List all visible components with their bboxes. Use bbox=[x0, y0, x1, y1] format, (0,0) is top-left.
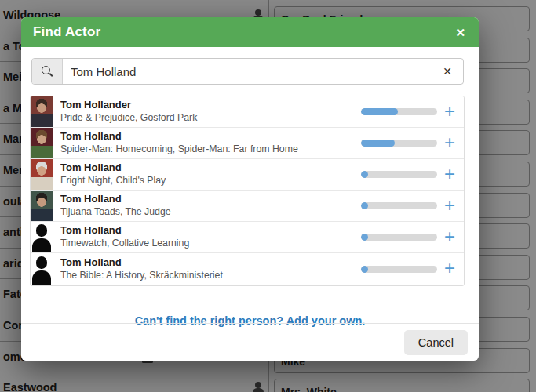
actor-name: Tom Holland bbox=[60, 130, 355, 143]
actor-name: Tom Hollander bbox=[60, 99, 355, 111]
search-icon bbox=[41, 65, 53, 78]
actor-result-row[interactable]: Tom Holland Timewatch, Collative Learnin… bbox=[31, 222, 464, 253]
add-actor-button[interactable]: + bbox=[437, 196, 464, 216]
clear-search-icon[interactable]: ✕ bbox=[432, 59, 463, 84]
popularity-bar bbox=[361, 140, 437, 147]
actor-result-row[interactable]: Tom Holland Spider-Man: Homecoming, Spid… bbox=[31, 128, 464, 159]
popularity-bar-fill bbox=[361, 202, 368, 209]
actor-known-for: Pride & Prejudice, Gosford Park bbox=[60, 112, 355, 124]
actor-text: Tom Holland Spider-Man: Homecoming, Spid… bbox=[53, 130, 355, 156]
popularity-bar bbox=[361, 108, 437, 115]
popularity-bar-fill bbox=[361, 171, 368, 178]
actor-known-for: The Bible: A History, Skräckministeriet bbox=[60, 270, 355, 281]
popularity-bar-fill bbox=[361, 266, 368, 273]
popularity-bar bbox=[361, 171, 437, 178]
popularity-bar bbox=[361, 266, 437, 273]
actor-text: Tom Holland Tijuana Toads, The Judge bbox=[53, 193, 355, 219]
actor-result-row[interactable]: Tom Holland Fright Night, Child's Play + bbox=[31, 159, 464, 191]
cancel-button[interactable]: Cancel bbox=[404, 330, 468, 355]
modal-title: Find Actor bbox=[33, 24, 100, 40]
modal-footer: Cancel bbox=[21, 323, 479, 361]
actor-avatar bbox=[31, 128, 53, 158]
popularity-bar bbox=[361, 202, 437, 209]
actor-text: Tom Hollander Pride & Prejudice, Gosford… bbox=[53, 99, 355, 125]
actor-search-field: ✕ bbox=[31, 58, 464, 85]
popularity-bar bbox=[361, 234, 437, 241]
actor-result-row[interactable]: Tom Holland The Bible: A History, Skräck… bbox=[31, 253, 464, 285]
modal-header: Find Actor ✕ bbox=[21, 17, 479, 47]
actor-avatar bbox=[31, 222, 53, 252]
popularity-bar-fill bbox=[361, 140, 395, 147]
popularity-bar-fill bbox=[361, 108, 398, 115]
actor-known-for: Tijuana Toads, The Judge bbox=[60, 206, 355, 218]
actor-name: Tom Holland bbox=[60, 162, 355, 174]
actor-avatar bbox=[31, 191, 53, 221]
actor-result-row[interactable]: Tom Holland Tijuana Toads, The Judge + bbox=[31, 191, 464, 222]
add-actor-button[interactable]: + bbox=[437, 133, 464, 154]
actor-known-for: Spider-Man: Homecoming, Spider-Man: Far … bbox=[60, 143, 355, 155]
actor-result-row[interactable]: Tom Hollander Pride & Prejudice, Gosford… bbox=[31, 96, 464, 128]
search-input[interactable] bbox=[63, 59, 432, 84]
actor-text: Tom Holland Fright Night, Child's Play bbox=[53, 162, 355, 187]
close-icon[interactable]: ✕ bbox=[454, 25, 467, 40]
find-actor-modal: Find Actor ✕ ✕ Tom Hollander Pride & Pre… bbox=[21, 17, 479, 361]
screen: Wildgoosea ToMeisla MManMeroulaantiaridF… bbox=[0, 0, 536, 392]
add-actor-button[interactable]: + bbox=[437, 102, 464, 122]
popularity-bar-fill bbox=[361, 234, 368, 241]
actor-name: Tom Holland bbox=[60, 256, 355, 269]
add-actor-button[interactable]: + bbox=[437, 165, 464, 185]
actor-known-for: Timewatch, Collative Learning bbox=[60, 238, 355, 249]
add-actor-button[interactable]: + bbox=[437, 227, 464, 248]
actor-name: Tom Holland bbox=[60, 224, 355, 237]
actor-text: Tom Holland Timewatch, Collative Learnin… bbox=[53, 224, 355, 250]
actor-avatar bbox=[31, 96, 53, 127]
actor-avatar bbox=[31, 159, 53, 190]
actor-name: Tom Holland bbox=[60, 193, 355, 205]
add-actor-button[interactable]: + bbox=[437, 259, 464, 279]
actor-known-for: Fright Night, Child's Play bbox=[60, 175, 355, 187]
results-list: Tom Hollander Pride & Prejudice, Gosford… bbox=[30, 96, 465, 286]
actor-avatar bbox=[31, 254, 53, 285]
actor-text: Tom Holland The Bible: A History, Skräck… bbox=[53, 256, 355, 282]
search-icon-box bbox=[32, 59, 63, 84]
